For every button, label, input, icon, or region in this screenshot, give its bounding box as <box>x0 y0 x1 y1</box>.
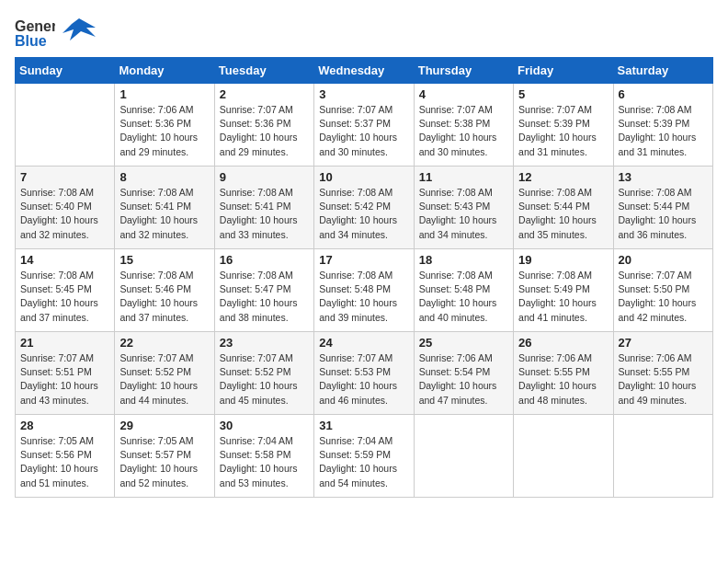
day-number: 13 <box>619 170 708 184</box>
day-info: Sunrise: 7:08 AM Sunset: 5:48 PM Dayligh… <box>319 269 408 325</box>
calendar-week-row: 14Sunrise: 7:08 AM Sunset: 5:45 PM Dayli… <box>16 249 713 332</box>
logo-icon: General Blue <box>15 15 55 48</box>
day-info: Sunrise: 7:08 AM Sunset: 5:43 PM Dayligh… <box>419 186 508 242</box>
calendar-cell: 18Sunrise: 7:08 AM Sunset: 5:48 PM Dayli… <box>414 249 513 332</box>
day-number: 19 <box>518 253 608 267</box>
calendar-table: SundayMondayTuesdayWednesdayThursdayFrid… <box>15 57 713 498</box>
day-info: Sunrise: 7:08 AM Sunset: 5:44 PM Dayligh… <box>619 186 708 242</box>
logo: General Blue <box>15 15 96 48</box>
day-info: Sunrise: 7:04 AM Sunset: 5:59 PM Dayligh… <box>319 434 408 490</box>
calendar-cell: 26Sunrise: 7:06 AM Sunset: 5:55 PM Dayli… <box>514 332 613 415</box>
calendar-cell: 11Sunrise: 7:08 AM Sunset: 5:43 PM Dayli… <box>414 167 513 249</box>
day-info: Sunrise: 7:08 AM Sunset: 5:45 PM Dayligh… <box>20 269 109 325</box>
calendar-cell: 1Sunrise: 7:06 AM Sunset: 5:36 PM Daylig… <box>115 84 214 167</box>
calendar-week-row: 21Sunrise: 7:07 AM Sunset: 5:51 PM Dayli… <box>16 332 713 415</box>
day-number: 20 <box>619 253 708 267</box>
day-number: 8 <box>119 170 209 184</box>
day-number: 5 <box>518 87 608 101</box>
day-number: 22 <box>119 336 209 350</box>
day-number: 10 <box>319 170 408 184</box>
day-info: Sunrise: 7:06 AM Sunset: 5:54 PM Dayligh… <box>419 351 508 408</box>
day-number: 14 <box>20 253 109 267</box>
day-info: Sunrise: 7:08 AM Sunset: 5:42 PM Dayligh… <box>319 186 408 242</box>
day-info: Sunrise: 7:08 AM Sunset: 5:44 PM Dayligh… <box>518 186 608 242</box>
calendar-cell <box>514 415 613 498</box>
day-info: Sunrise: 7:07 AM Sunset: 5:52 PM Dayligh… <box>119 351 209 408</box>
day-info: Sunrise: 7:07 AM Sunset: 5:36 PM Dayligh… <box>220 103 309 159</box>
calendar-cell: 8Sunrise: 7:08 AM Sunset: 5:41 PM Daylig… <box>115 167 214 249</box>
calendar-cell: 20Sunrise: 7:07 AM Sunset: 5:50 PM Dayli… <box>613 249 712 332</box>
calendar-cell: 9Sunrise: 7:08 AM Sunset: 5:41 PM Daylig… <box>214 167 313 249</box>
day-number: 9 <box>220 170 309 184</box>
calendar-cell: 31Sunrise: 7:04 AM Sunset: 5:59 PM Dayli… <box>314 415 414 498</box>
weekday-header-wednesday: Wednesday <box>314 58 414 84</box>
calendar-cell: 28Sunrise: 7:05 AM Sunset: 5:56 PM Dayli… <box>16 415 115 498</box>
calendar-cell: 16Sunrise: 7:08 AM Sunset: 5:47 PM Dayli… <box>214 249 313 332</box>
day-number: 31 <box>319 419 408 432</box>
day-info: Sunrise: 7:07 AM Sunset: 5:51 PM Dayligh… <box>20 351 109 408</box>
day-info: Sunrise: 7:07 AM Sunset: 5:37 PM Dayligh… <box>319 103 408 159</box>
day-number: 2 <box>220 87 309 101</box>
svg-text:General: General <box>15 18 55 34</box>
calendar-cell: 5Sunrise: 7:07 AM Sunset: 5:39 PM Daylig… <box>514 84 613 167</box>
day-info: Sunrise: 7:06 AM Sunset: 5:55 PM Dayligh… <box>518 351 608 408</box>
calendar-cell: 15Sunrise: 7:08 AM Sunset: 5:46 PM Dayli… <box>115 249 214 332</box>
day-number: 17 <box>319 253 408 267</box>
day-number: 7 <box>20 170 109 184</box>
day-info: Sunrise: 7:05 AM Sunset: 5:57 PM Dayligh… <box>119 434 209 490</box>
calendar-cell: 10Sunrise: 7:08 AM Sunset: 5:42 PM Dayli… <box>314 167 414 249</box>
weekday-header-friday: Friday <box>514 58 613 84</box>
day-number: 27 <box>619 336 708 350</box>
calendar-cell: 30Sunrise: 7:04 AM Sunset: 5:58 PM Dayli… <box>214 415 313 498</box>
day-number: 21 <box>20 336 109 350</box>
bird-logo-icon <box>61 15 96 48</box>
day-number: 23 <box>220 336 309 350</box>
day-number: 16 <box>220 253 309 267</box>
day-info: Sunrise: 7:08 AM Sunset: 5:47 PM Dayligh… <box>220 269 309 325</box>
day-info: Sunrise: 7:07 AM Sunset: 5:53 PM Dayligh… <box>319 351 408 408</box>
weekday-header-saturday: Saturday <box>613 58 712 84</box>
calendar-cell: 13Sunrise: 7:08 AM Sunset: 5:44 PM Dayli… <box>613 167 712 249</box>
day-number: 1 <box>119 87 209 101</box>
calendar-cell <box>414 415 513 498</box>
day-number: 11 <box>419 170 508 184</box>
calendar-cell: 29Sunrise: 7:05 AM Sunset: 5:57 PM Dayli… <box>115 415 214 498</box>
weekday-header-sunday: Sunday <box>16 58 115 84</box>
day-number: 26 <box>518 336 608 350</box>
calendar-week-row: 28Sunrise: 7:05 AM Sunset: 5:56 PM Dayli… <box>16 415 713 498</box>
calendar-cell: 21Sunrise: 7:07 AM Sunset: 5:51 PM Dayli… <box>16 332 115 415</box>
weekday-header-monday: Monday <box>115 58 214 84</box>
calendar-cell: 6Sunrise: 7:08 AM Sunset: 5:39 PM Daylig… <box>613 84 712 167</box>
calendar-cell: 4Sunrise: 7:07 AM Sunset: 5:38 PM Daylig… <box>414 84 513 167</box>
calendar-cell: 22Sunrise: 7:07 AM Sunset: 5:52 PM Dayli… <box>115 332 214 415</box>
calendar-cell: 3Sunrise: 7:07 AM Sunset: 5:37 PM Daylig… <box>314 84 414 167</box>
day-info: Sunrise: 7:07 AM Sunset: 5:52 PM Dayligh… <box>220 351 309 408</box>
day-info: Sunrise: 7:08 AM Sunset: 5:39 PM Dayligh… <box>619 103 708 159</box>
header: General Blue <box>15 15 713 48</box>
calendar-cell: 7Sunrise: 7:08 AM Sunset: 5:40 PM Daylig… <box>16 167 115 249</box>
calendar-cell: 17Sunrise: 7:08 AM Sunset: 5:48 PM Dayli… <box>314 249 414 332</box>
day-number: 29 <box>119 419 209 432</box>
day-number: 4 <box>419 87 508 101</box>
calendar-cell: 14Sunrise: 7:08 AM Sunset: 5:45 PM Dayli… <box>16 249 115 332</box>
day-number: 15 <box>119 253 209 267</box>
day-number: 24 <box>319 336 408 350</box>
weekday-header-thursday: Thursday <box>414 58 513 84</box>
calendar-cell: 25Sunrise: 7:06 AM Sunset: 5:54 PM Dayli… <box>414 332 513 415</box>
weekday-header-row: SundayMondayTuesdayWednesdayThursdayFrid… <box>16 58 713 84</box>
day-info: Sunrise: 7:08 AM Sunset: 5:41 PM Dayligh… <box>119 186 209 242</box>
calendar-cell: 23Sunrise: 7:07 AM Sunset: 5:52 PM Dayli… <box>214 332 313 415</box>
calendar-week-row: 7Sunrise: 7:08 AM Sunset: 5:40 PM Daylig… <box>16 167 713 249</box>
day-info: Sunrise: 7:06 AM Sunset: 5:36 PM Dayligh… <box>119 103 209 159</box>
svg-text:Blue: Blue <box>15 33 47 48</box>
calendar-cell: 27Sunrise: 7:06 AM Sunset: 5:55 PM Dayli… <box>613 332 712 415</box>
day-info: Sunrise: 7:08 AM Sunset: 5:41 PM Dayligh… <box>220 186 309 242</box>
day-info: Sunrise: 7:04 AM Sunset: 5:58 PM Dayligh… <box>220 434 309 490</box>
day-number: 30 <box>220 419 309 432</box>
day-info: Sunrise: 7:08 AM Sunset: 5:46 PM Dayligh… <box>119 269 209 325</box>
day-number: 25 <box>419 336 508 350</box>
day-info: Sunrise: 7:07 AM Sunset: 5:50 PM Dayligh… <box>619 269 708 325</box>
calendar-cell: 2Sunrise: 7:07 AM Sunset: 5:36 PM Daylig… <box>214 84 313 167</box>
day-number: 6 <box>619 87 708 101</box>
day-number: 3 <box>319 87 408 101</box>
